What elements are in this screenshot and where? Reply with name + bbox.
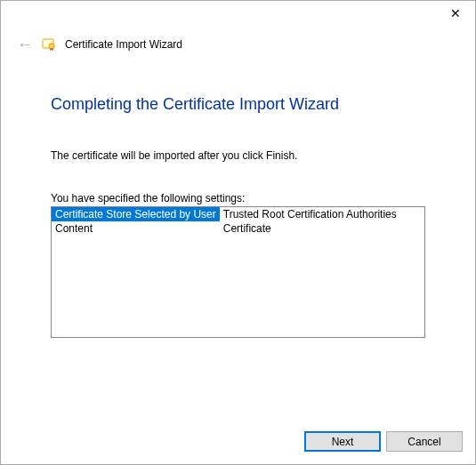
settings-label: You have specified the following setting… (51, 192, 425, 204)
setting-value: Certificate (220, 221, 400, 236)
certificate-icon (42, 37, 56, 52)
svg-point-1 (49, 44, 54, 49)
wizard-title: Certificate Import Wizard (65, 38, 182, 51)
button-bar: Next Cancel (304, 431, 463, 452)
close-button[interactable]: ✕ (435, 1, 475, 26)
wizard-content: Completing the Certificate Import Wizard… (1, 52, 475, 338)
setting-label: Certificate Store Selected by User (52, 207, 220, 221)
settings-table: Certificate Store Selected by UserTruste… (52, 207, 400, 236)
table-row[interactable]: Certificate Store Selected by UserTruste… (52, 207, 400, 221)
titlebar: ✕ (1, 1, 475, 29)
cancel-button[interactable]: Cancel (386, 431, 463, 452)
page-title: Completing the Certificate Import Wizard (51, 95, 425, 114)
next-button[interactable]: Next (304, 431, 381, 452)
setting-value: Trusted Root Certification Authorities (220, 207, 400, 221)
wizard-header: ← Certificate Import Wizard (1, 29, 475, 52)
close-icon: ✕ (450, 6, 461, 20)
settings-listview[interactable]: Certificate Store Selected by UserTruste… (51, 206, 425, 338)
info-text: The certificate will be imported after y… (51, 149, 425, 162)
table-row[interactable]: ContentCertificate (52, 221, 400, 236)
back-arrow-icon: ← (17, 36, 33, 52)
setting-label: Content (52, 221, 220, 236)
